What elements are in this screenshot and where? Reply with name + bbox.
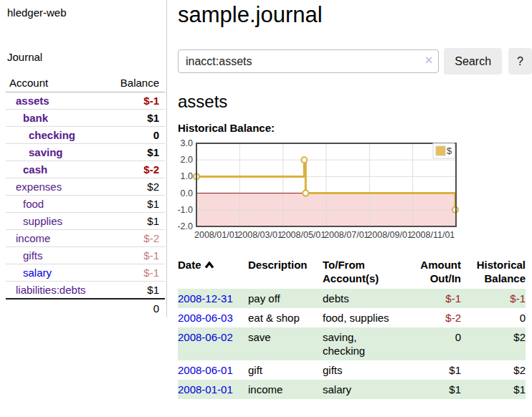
transaction-description: eat & shop bbox=[248, 308, 323, 327]
sidebar-account-link[interactable]: gifts bbox=[23, 249, 43, 262]
register-col-date[interactable]: Date bbox=[178, 256, 248, 289]
sidebar-account-link[interactable]: checking bbox=[29, 129, 75, 141]
data-point-marker bbox=[303, 191, 308, 196]
transaction-row[interactable]: 2008-12-31pay offdebts$-1$-1 bbox=[178, 289, 526, 308]
y-axis-tick-label: 1.0 bbox=[181, 171, 193, 181]
sidebar-account-row: cash$-2 bbox=[6, 161, 165, 178]
register-header-row: DateDescriptionTo/From Account(s)Amount … bbox=[178, 256, 526, 289]
sidebar-account-balance: $-2 bbox=[85, 161, 165, 178]
sidebar-account-link[interactable]: salary bbox=[23, 267, 52, 279]
transaction-row[interactable]: 2008-01-01incomesalary$1$1 bbox=[178, 380, 526, 399]
sidebar-account-row: assets$-1 bbox=[6, 92, 165, 110]
chart-legend-label: $ bbox=[447, 145, 452, 156]
transaction-description: gift bbox=[248, 360, 323, 380]
transaction-amount: $-2 bbox=[417, 308, 461, 327]
transaction-accounts: salary bbox=[323, 380, 417, 399]
y-axis-tick-label: -1.0 bbox=[178, 205, 193, 215]
sidebar-account-row: bank$1 bbox=[6, 110, 165, 127]
transaction-balance: $-1 bbox=[461, 289, 526, 308]
main-panel: sample.journal × Search ? assets Histori… bbox=[167, 0, 532, 399]
sidebar-account-balance: $2 bbox=[85, 178, 165, 196]
x-axis-tick-label: 2008/01/01 bbox=[194, 230, 239, 240]
accounts-col-balance: Balance bbox=[85, 75, 165, 92]
transaction-row[interactable]: 2008-06-01giftgifts$1$2 bbox=[178, 360, 526, 380]
sidebar-account-row: food$1 bbox=[6, 196, 165, 213]
y-axis-tick-label: 2.0 bbox=[181, 155, 193, 165]
y-axis-tick-label: 0.0 bbox=[181, 188, 193, 198]
transaction-accounts: debts bbox=[323, 289, 417, 308]
x-axis-tick-label: 2008/05/01 bbox=[281, 230, 326, 240]
sidebar-item-journal[interactable]: Journal bbox=[0, 51, 166, 63]
sidebar: hledger-web Journal Account Balance asse… bbox=[0, 0, 167, 317]
transaction-balance: 0 bbox=[461, 308, 526, 327]
accounts-table: Account Balance assets$-1bank$1checking0… bbox=[6, 75, 165, 317]
sidebar-account-row: checking0 bbox=[6, 127, 165, 144]
sidebar-account-balance: $1 bbox=[85, 196, 165, 213]
sidebar-account-link[interactable]: cash bbox=[23, 163, 47, 176]
transaction-date-link[interactable]: 2008-12-31 bbox=[178, 292, 233, 305]
sort-ascending-icon bbox=[204, 262, 214, 269]
transaction-balance: $2 bbox=[461, 327, 526, 360]
historical-balance-chart: $3.02.01.00.0-1.0-2.02008/01/012008/03/0… bbox=[178, 137, 532, 245]
transaction-description: pay off bbox=[248, 289, 323, 308]
transaction-date-link[interactable]: 2008-06-02 bbox=[178, 331, 233, 343]
accounts-col-account: Account bbox=[6, 75, 85, 92]
sidebar-account-row: salary$-1 bbox=[6, 264, 165, 282]
help-button[interactable]: ? bbox=[508, 48, 532, 75]
register-table-body: 2008-12-31pay offdebts$-1$-12008-06-03ea… bbox=[178, 289, 526, 399]
sidebar-account-balance: $-1 bbox=[85, 247, 165, 264]
register-account-heading: assets bbox=[178, 92, 532, 112]
transaction-balance: $2 bbox=[461, 360, 526, 380]
sidebar-account-link[interactable]: food bbox=[23, 198, 44, 210]
sidebar-account-balance: 0 bbox=[85, 127, 165, 144]
transaction-description: income bbox=[248, 380, 323, 399]
sidebar-account-link[interactable]: saving bbox=[29, 146, 63, 158]
sidebar-account-link[interactable]: liabilities:debts bbox=[16, 284, 86, 296]
sidebar-account-balance: $1 bbox=[85, 110, 165, 127]
sidebar-account-link[interactable]: bank bbox=[23, 112, 48, 124]
sidebar-total-balance: 0 bbox=[85, 299, 165, 317]
x-axis-tick-label: 2008/11/01 bbox=[411, 230, 455, 240]
sidebar-account-balance: $1 bbox=[85, 213, 165, 230]
sidebar-accounts-body: assets$-1bank$1checking0saving$1cash$-2e… bbox=[6, 92, 165, 317]
register-col-amount-out-in: Amount Out/In bbox=[417, 256, 461, 289]
sidebar-account-link[interactable]: income bbox=[16, 232, 50, 244]
transaction-accounts: saving, checking bbox=[323, 327, 417, 360]
transaction-accounts: gifts bbox=[323, 360, 417, 380]
register-col-to-from-account-s-: To/From Account(s) bbox=[323, 256, 417, 289]
x-axis-tick-label: 2008/09/01 bbox=[367, 230, 412, 240]
sidebar-account-balance: $1 bbox=[85, 282, 165, 299]
transaction-date-link[interactable]: 2008-06-03 bbox=[178, 312, 233, 324]
search-form: × Search ? bbox=[178, 48, 532, 75]
accounts-header-row: Account Balance bbox=[6, 75, 165, 92]
sidebar-account-link[interactable]: assets bbox=[16, 95, 49, 107]
sidebar-account-link[interactable]: supplies bbox=[23, 215, 62, 227]
transaction-description: save bbox=[248, 327, 323, 360]
transaction-date-link[interactable]: 2008-01-01 bbox=[178, 383, 233, 396]
transaction-accounts: food, supplies bbox=[323, 308, 417, 327]
transaction-row[interactable]: 2008-06-02savesaving, checking0$2 bbox=[178, 327, 526, 360]
sidebar-account-link[interactable]: expenses bbox=[16, 181, 62, 193]
x-axis-tick-label: 2008/07/01 bbox=[324, 230, 369, 240]
register-table: DateDescriptionTo/From Account(s)Amount … bbox=[178, 256, 526, 399]
x-axis-tick-label: 2008/03/01 bbox=[237, 230, 282, 240]
sidebar-account-balance: $1 bbox=[85, 144, 165, 161]
transaction-row[interactable]: 2008-06-03eat & shopfood, supplies$-20 bbox=[178, 308, 526, 327]
app-brand-link[interactable]: hledger-web bbox=[0, 0, 166, 19]
y-axis-tick-label: 3.0 bbox=[181, 138, 193, 148]
sidebar-account-row: liabilities:debts$1 bbox=[6, 282, 165, 299]
sidebar-account-row: gifts$-1 bbox=[6, 247, 165, 264]
search-button[interactable]: Search bbox=[444, 48, 502, 75]
sidebar-account-row: saving$1 bbox=[6, 144, 165, 161]
sidebar-total-row: 0 bbox=[6, 299, 165, 317]
sidebar-account-balance: $-1 bbox=[85, 92, 165, 110]
sidebar-account-balance: $-1 bbox=[85, 264, 165, 282]
transaction-date-link[interactable]: 2008-06-01 bbox=[178, 364, 233, 376]
sidebar-account-row: expenses$2 bbox=[6, 178, 165, 196]
chart-canvas: $3.02.01.00.0-1.0-2.02008/01/012008/03/0… bbox=[178, 137, 532, 245]
chart-title: Historical Balance: bbox=[178, 122, 532, 134]
search-input[interactable] bbox=[178, 49, 439, 73]
search-clear-icon[interactable]: × bbox=[425, 53, 433, 67]
register-col-historical-balance: Historical Balance bbox=[461, 256, 526, 289]
sidebar-account-row: supplies$1 bbox=[6, 213, 165, 230]
